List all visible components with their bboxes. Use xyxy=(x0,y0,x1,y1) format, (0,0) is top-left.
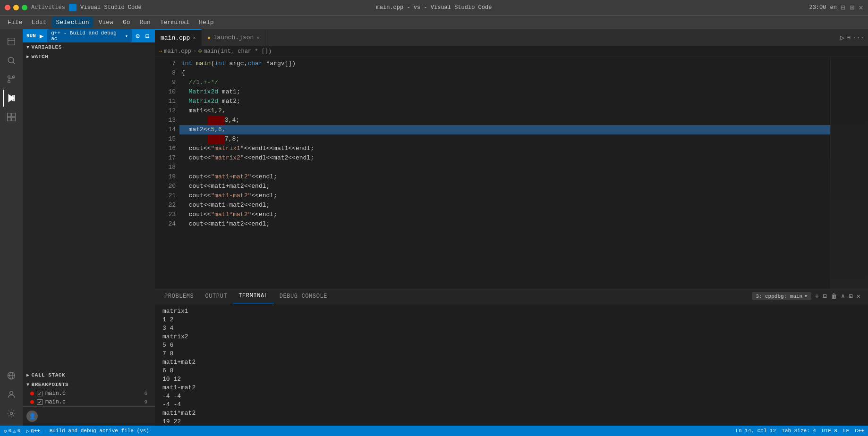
terminal-line-mat1xmat2: mat1*mat2 xyxy=(162,409,860,418)
debug-play-btn[interactable]: ▶ xyxy=(38,31,45,41)
menu-edit[interactable]: Edit xyxy=(28,17,50,28)
call-stack-section: ▶ CALL STACK xyxy=(23,370,155,380)
code-line-10: Matrix2d mat1; xyxy=(179,87,830,97)
code-line-22: cout<<mat1-mat2<<endl; xyxy=(179,201,830,210)
accounts-icon[interactable] xyxy=(3,386,20,403)
close-panel-btn[interactable]: ✕ xyxy=(857,292,860,300)
terminal-line-34: 3 4 xyxy=(162,324,860,333)
breakpoint-item-1: ✓ main.c 6 xyxy=(23,389,155,398)
tab-label-launch: launch.json xyxy=(213,34,254,41)
code-line-20: cout<<mat1+mat2<<endl; xyxy=(179,182,830,191)
tab-output[interactable]: OUTPUT xyxy=(199,289,233,303)
user-section: 👤 xyxy=(23,406,155,426)
search-icon[interactable] xyxy=(3,52,20,69)
menu-view[interactable]: View xyxy=(95,17,117,28)
delete-terminal-btn[interactable]: 🗑 xyxy=(831,293,837,300)
variables-header[interactable]: ▼ VARIABLES xyxy=(23,42,155,52)
terminal-line-78: 7 8 xyxy=(162,350,860,358)
run-debug-icon[interactable] xyxy=(3,90,20,107)
window-controls[interactable]: ⊟ ⊠ ✕ xyxy=(841,3,863,12)
tab-problems[interactable]: PROBLEMS xyxy=(159,289,199,303)
debug-settings-btn[interactable]: ⚙ xyxy=(134,31,141,41)
code-line-18 xyxy=(179,163,830,172)
panel: PROBLEMS OUTPUT TERMINAL DEBUG CONSOLE 3… xyxy=(155,289,868,426)
watch-header[interactable]: ▶ WATCH xyxy=(23,52,155,61)
terminal-output[interactable]: matrix1 1 2 3 4 matrix2 5 6 7 8 mat1+mat… xyxy=(155,303,868,426)
status-debug-info[interactable]: ▷ g++ - Build and debug active file (vs) xyxy=(26,428,149,434)
tab-label-main: main.cpp xyxy=(161,34,190,42)
panel-tab-bar: PROBLEMS OUTPUT TERMINAL DEBUG CONSOLE 3… xyxy=(155,289,868,303)
terminal-line-56: 5 6 xyxy=(162,341,860,350)
menu-go[interactable]: Go xyxy=(119,17,134,28)
maximize-panel-btn[interactable]: ⊡ xyxy=(849,292,852,300)
terminal-line-n44b: -4 -4 xyxy=(162,401,860,409)
add-terminal-btn[interactable]: + xyxy=(815,293,819,300)
close-tab-launch[interactable]: ✕ xyxy=(256,35,259,41)
debug-open-btn[interactable]: ⊟ xyxy=(144,31,151,41)
code-line-8: { xyxy=(179,68,830,78)
menu-help[interactable]: Help xyxy=(195,17,217,28)
minimize-panel-btn[interactable]: ∧ xyxy=(841,292,845,300)
clock: 23:00 xyxy=(809,4,826,11)
code-editor[interactable]: 7 8 9 10 11 12 13 14 15 16 17 18 19 20 2… xyxy=(155,57,868,289)
call-stack-header[interactable]: ▶ CALL STACK xyxy=(23,370,155,380)
tab-size[interactable]: Tab Size: 4 xyxy=(782,428,816,434)
breakpoint-checkbox-1[interactable]: ✓ xyxy=(37,391,43,396)
language-mode[interactable]: C++ xyxy=(855,428,864,434)
tab-main-cpp[interactable]: main.cpp ✕ xyxy=(155,29,202,46)
warning-count: 0 xyxy=(17,428,21,434)
line-endings[interactable]: LF xyxy=(843,428,849,434)
status-errors[interactable]: ⊘ 0 ⚠ 0 xyxy=(4,428,20,434)
run-editor-icon[interactable]: ▷ xyxy=(840,33,845,42)
variables-label: VARIABLES xyxy=(32,44,62,50)
breadcrumb-symbol[interactable]: main(int, char * []) xyxy=(204,48,272,55)
settings-icon[interactable] xyxy=(3,405,20,422)
watch-label: WATCH xyxy=(32,54,49,59)
minimap xyxy=(830,57,868,289)
tab-debug-console[interactable]: DEBUG CONSOLE xyxy=(274,289,333,303)
app-icon xyxy=(69,4,77,11)
tab-icon-json: ◆ xyxy=(207,35,210,41)
code-line-9: //1.+-*/ xyxy=(179,78,830,87)
cursor-position[interactable]: Ln 14, Col 12 xyxy=(736,428,776,434)
title-bar: Activities Visual Studio Code main.cpp -… xyxy=(0,0,868,15)
code-line-15: 7,8; xyxy=(179,134,830,144)
activities-label[interactable]: Activities xyxy=(31,4,65,11)
code-lines: int main(int argc,char *argv[]) { //1.+-… xyxy=(179,57,830,289)
encoding[interactable]: UTF-8 xyxy=(822,428,837,434)
explorer-icon[interactable] xyxy=(3,33,20,50)
watch-chevron: ▶ xyxy=(26,54,30,59)
svg-marker-7 xyxy=(9,95,14,102)
close-tab-main[interactable]: ✕ xyxy=(193,35,196,41)
debug-config[interactable]: g++ - Build and debug ac ▾ xyxy=(47,29,132,42)
code-line-19: cout<<"mat1+mat2"<<endl; xyxy=(179,172,830,182)
extensions-icon[interactable] xyxy=(3,109,20,126)
breakpoints-header[interactable]: ▼ BREAKPOINTS xyxy=(23,380,155,389)
terminal-line-matrix2: matrix2 xyxy=(162,333,860,341)
code-line-21: cout<<"mat1-mat2"<<endl; xyxy=(179,191,830,201)
terminal-dropdown[interactable]: 3: cppdbg: main ▾ xyxy=(752,292,811,300)
more-actions-icon[interactable]: ··· xyxy=(852,34,864,42)
editor-container: main.cpp ✕ ◆ launch.json ✕ ▷ ⊟ ··· → mai… xyxy=(155,29,868,426)
menu-selection[interactable]: Selection xyxy=(52,17,93,28)
maximize-button[interactable] xyxy=(22,5,27,10)
split-editor-icon[interactable]: ⊟ xyxy=(846,34,850,42)
minimize-button[interactable] xyxy=(13,5,19,10)
svg-rect-0 xyxy=(8,38,15,45)
remote-icon[interactable] xyxy=(3,367,20,384)
tab-launch-json[interactable]: ◆ launch.json ✕ xyxy=(202,29,265,46)
svg-rect-13 xyxy=(12,117,16,121)
split-terminal-btn[interactable]: ⊟ xyxy=(823,292,826,300)
menu-file[interactable]: File xyxy=(4,17,26,28)
code-line-24: cout<<mat1*mat2<<endl; xyxy=(179,219,830,229)
source-control-icon[interactable] xyxy=(3,71,20,88)
tab-terminal[interactable]: TERMINAL xyxy=(233,289,273,303)
breakpoint-checkbox-2[interactable]: ✓ xyxy=(37,399,43,405)
breakpoint-count-2: 9 xyxy=(144,399,147,405)
menu-terminal[interactable]: Terminal xyxy=(156,17,193,28)
menu-run[interactable]: Run xyxy=(136,17,154,28)
breadcrumb-file[interactable]: main.cpp xyxy=(164,48,191,55)
close-button[interactable] xyxy=(5,5,10,10)
terminal-line-1012: 10 12 xyxy=(162,375,860,384)
traffic-lights xyxy=(5,5,27,10)
